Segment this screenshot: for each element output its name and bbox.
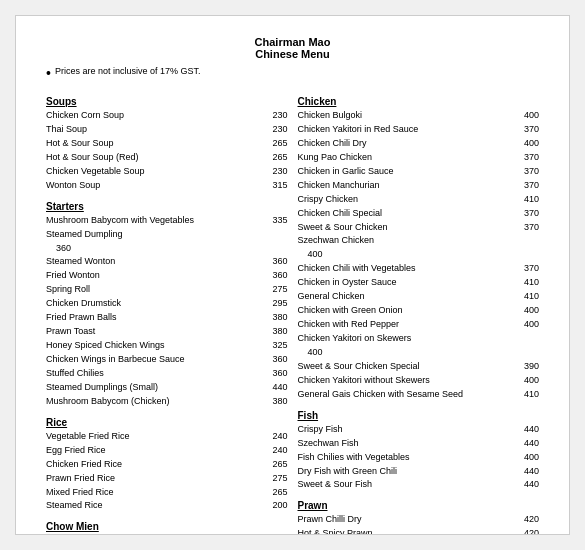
list-item: General Gais Chicken with Sesame Seed410 <box>298 388 540 402</box>
list-item: Szechwan Fish440 <box>298 437 540 451</box>
list-item: Chicken Corn Soup230 <box>46 109 288 123</box>
list-item: Mixed Fried Rice265 <box>46 486 288 500</box>
soups-section-title: Soups <box>46 96 288 107</box>
list-item: 400 <box>298 346 540 360</box>
list-item: Prawn Chilli Dry420 <box>298 513 540 527</box>
list-item: Sweet & Sour Chicken Special390 <box>298 360 540 374</box>
list-item: Prawn Toast380 <box>46 325 288 339</box>
list-item: Mushroom Babycom with Vegetables335 <box>46 214 288 228</box>
bullet-point: • <box>46 66 51 80</box>
list-item: 360 <box>46 242 288 256</box>
list-item: Steamed Dumplings (Small)440 <box>46 381 288 395</box>
list-item: Chicken Yakitori without Skewers400 <box>298 374 540 388</box>
list-item: Chicken Drumstick295 <box>46 297 288 311</box>
restaurant-name-line2: Chinese Menu <box>46 48 539 60</box>
list-item: Fish Chilies with Vegetables400 <box>298 451 540 465</box>
prawn-section-title: Prawn <box>298 500 540 511</box>
list-item: Vegetable Fried Rice240 <box>46 430 288 444</box>
list-item: Steamed Rice200 <box>46 499 288 513</box>
rice-section-title: Rice <box>46 417 288 428</box>
list-item: Sweet & Sour Fish440 <box>298 478 540 492</box>
chowmien-section-title: Chow Mien <box>46 521 288 532</box>
list-item: Hot & Sour Soup265 <box>46 137 288 151</box>
header: Chairman Mao Chinese Menu <box>46 36 539 60</box>
list-item: Crispy Fish440 <box>298 423 540 437</box>
list-item: Prawn Fried Rice275 <box>46 472 288 486</box>
list-item: Crispy Chicken410 <box>298 193 540 207</box>
list-item: Hot & Spicy Prawn420 <box>298 527 540 535</box>
list-item: Chicken Yakitori on Skewers <box>298 332 540 346</box>
right-column: Chicken Chicken Bulgoki400 Chicken Yakit… <box>298 88 540 535</box>
starters-section-title: Starters <box>46 201 288 212</box>
menu-columns: Soups Chicken Corn Soup230 Thai Soup230 … <box>46 88 539 535</box>
gst-text: Prices are not inclusive of 17% GST. <box>55 66 201 76</box>
list-item: Spring Roll275 <box>46 283 288 297</box>
left-column: Soups Chicken Corn Soup230 Thai Soup230 … <box>46 88 288 535</box>
list-item: Chicken with Green Onion400 <box>298 304 540 318</box>
list-item: Chicken Yakitori in Red Sauce370 <box>298 123 540 137</box>
list-item: Kung Pao Chicken370 <box>298 151 540 165</box>
list-item: 400 <box>298 248 540 262</box>
list-item: Chicken Manchurian370 <box>298 179 540 193</box>
gst-note: • Prices are not inclusive of 17% GST. <box>46 66 539 80</box>
list-item: Chicken Chili Dry400 <box>298 137 540 151</box>
list-item: Stuffed Chilies360 <box>46 367 288 381</box>
list-item: Mushroom Babycom (Chicken)380 <box>46 395 288 409</box>
list-item: Chicken Chili with Vegetables370 <box>298 262 540 276</box>
list-item: Chicken with Red Pepper400 <box>298 318 540 332</box>
list-item: General Chicken410 <box>298 290 540 304</box>
fish-section-title: Fish <box>298 410 540 421</box>
list-item: Honey Spiced Chicken Wings325 <box>46 339 288 353</box>
list-item: Hot & Sour Soup (Red)265 <box>46 151 288 165</box>
list-item: Sweet & Sour Chicken370 <box>298 221 540 235</box>
chicken-section-title: Chicken <box>298 96 540 107</box>
list-item: Steamed Dumpling <box>46 228 288 242</box>
list-item: Chicken Vegetable Soup230 <box>46 165 288 179</box>
list-item: Fried Prawn Balls380 <box>46 311 288 325</box>
menu-page: Chairman Mao Chinese Menu • Prices are n… <box>15 15 570 535</box>
restaurant-name-line1: Chairman Mao <box>46 36 539 48</box>
list-item: Chicken Bulgoki400 <box>298 109 540 123</box>
list-item: Chicken Chili Special370 <box>298 207 540 221</box>
list-item: Thai Soup230 <box>46 123 288 137</box>
list-item: Dry Fish with Green Chili440 <box>298 465 540 479</box>
list-item: Chicken in Oyster Sauce410 <box>298 276 540 290</box>
list-item: Wonton Soup315 <box>46 179 288 193</box>
list-item: Chicken Wings in Barbecue Sauce360 <box>46 353 288 367</box>
list-item: Fried Wonton360 <box>46 269 288 283</box>
list-item: Vegetable Chow Mien230 <box>46 534 288 535</box>
list-item: Chicken in Garlic Sauce370 <box>298 165 540 179</box>
list-item: Steamed Wonton360 <box>46 255 288 269</box>
list-item: Egg Fried Rice240 <box>46 444 288 458</box>
list-item: Chicken Fried Rice265 <box>46 458 288 472</box>
list-item: Szechwan Chicken <box>298 234 540 248</box>
